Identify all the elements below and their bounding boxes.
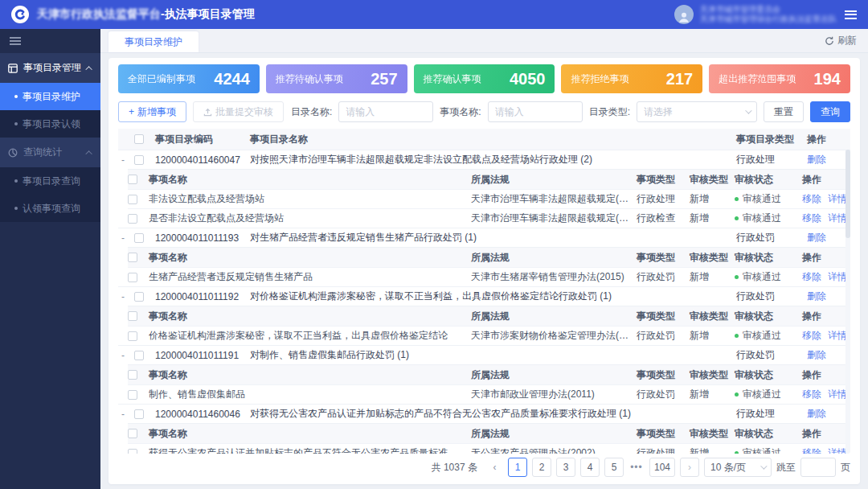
remove-link[interactable]: 移除 — [802, 388, 821, 401]
user-info[interactable]: 天津市城市管理委员会 天津市城市管理综合行政执法监督总队 — [674, 5, 837, 24]
sub-table-header: 事项名称 所属法规 事项类型 审核类型 审核状态 操作 — [128, 424, 850, 443]
add-item-label: 新增事项 — [137, 105, 176, 119]
select-all-checkbox[interactable] — [128, 253, 137, 262]
detail-link[interactable]: 详情 — [828, 446, 847, 454]
catalog-icon — [8, 64, 18, 73]
stat-card-confirmed[interactable]: 推荐确认事项 4050 — [414, 64, 555, 93]
detail-link[interactable]: 详情 — [828, 329, 847, 343]
row-checkbox[interactable] — [128, 449, 137, 454]
reset-button[interactable]: 重置 — [764, 101, 804, 122]
stat-cards: 全部已编制事项 4244 推荐待确认事项 257 推荐确认事项 4050 推荐拒… — [118, 64, 850, 93]
search-filters: 目录名称: 事项名称: 目录类型: 请选择 重置 查询 — [291, 101, 850, 122]
refresh-button[interactable]: 刷新 — [825, 34, 857, 47]
remove-link[interactable]: 移除 — [802, 270, 821, 284]
sidebar-item-catalog-maintain[interactable]: 事项目录维护 — [0, 83, 100, 110]
collapse-row-icon[interactable]: - — [118, 409, 134, 420]
plus-icon: + — [129, 106, 134, 117]
delete-link[interactable]: 删除 — [807, 348, 850, 362]
detail-link[interactable]: 详情 — [828, 270, 847, 284]
sub-col-name: 事项名称 — [149, 173, 471, 187]
row-checkbox[interactable] — [128, 195, 137, 204]
catalog-type-label: 目录类型: — [589, 105, 630, 119]
delete-link[interactable]: 删除 — [807, 290, 850, 303]
page-button-4[interactable]: 4 — [580, 458, 600, 477]
item-name: 是否非法设立配载点及经营场站 — [149, 212, 471, 225]
select-all-checkbox[interactable] — [128, 429, 137, 438]
page-button-3[interactable]: 3 — [556, 458, 575, 477]
status-dot — [735, 197, 739, 201]
catalog-code: 1200004011460047 — [155, 154, 250, 166]
delete-link[interactable]: 删除 — [807, 231, 850, 244]
catalog-type-select[interactable]: 请选择 — [637, 101, 757, 122]
sidebar-group-catalog-management[interactable]: 事项目录管理 — [0, 53, 100, 83]
row-checkbox[interactable] — [128, 390, 137, 400]
select-all-checkbox[interactable] — [128, 311, 137, 321]
page-button-1[interactable]: 1 — [508, 458, 527, 477]
stat-card-pending-confirm[interactable]: 推荐待确认事项 257 — [266, 64, 407, 93]
row-checkbox[interactable] — [134, 351, 144, 360]
next-page-button[interactable]: › — [680, 458, 699, 477]
row-checkbox[interactable] — [128, 273, 137, 282]
search-button[interactable]: 查询 — [810, 101, 850, 122]
remove-link[interactable]: 移除 — [802, 212, 821, 225]
collapse-row-icon[interactable]: - — [118, 350, 134, 361]
sidebar-item-catalog-claim[interactable]: 事项目录认领 — [0, 110, 100, 138]
remove-link[interactable]: 移除 — [802, 192, 821, 206]
select-all-checkbox[interactable] — [134, 134, 144, 144]
row-checkbox[interactable] — [128, 214, 137, 224]
page-button-5[interactable]: 5 — [604, 458, 624, 477]
sidebar-collapse-toggle[interactable] — [0, 29, 100, 53]
tab-catalog-maintain[interactable]: 事项目录维护 — [108, 31, 199, 52]
table-row-group: - 1200004011460046 对获得无公害农产品认证并加贴标志的产品不符… — [118, 404, 850, 423]
user-avatar[interactable] — [674, 5, 694, 24]
select-all-checkbox[interactable] — [128, 175, 137, 184]
detail-link[interactable]: 详情 — [828, 212, 847, 225]
chevron-down-icon — [760, 462, 767, 469]
table-header: 事项目录编码 事项目录名称 事项目录类型 操作 — [118, 129, 850, 150]
remove-link[interactable]: 移除 — [802, 329, 821, 343]
sub-table: 事项名称 所属法规 事项类型 审核类型 审核状态 操作 非法设立配载点及经营场站… — [128, 169, 850, 228]
sidebar-item-catalog-query[interactable]: 事项目录查询 — [0, 167, 100, 195]
more-pages-button[interactable]: ••• — [628, 462, 645, 473]
batch-submit-audit-button[interactable]: 批量提交审核 — [193, 101, 284, 122]
row-checkbox[interactable] — [134, 233, 144, 243]
detail-link[interactable]: 详情 — [828, 388, 847, 401]
delete-link[interactable]: 删除 — [807, 407, 850, 421]
delete-link[interactable]: 删除 — [807, 153, 850, 166]
collapse-menu-icon[interactable] — [10, 37, 21, 45]
stat-card-value: 217 — [666, 70, 693, 88]
catalog-name-input[interactable] — [338, 101, 433, 122]
row-checkbox[interactable] — [134, 155, 144, 165]
stat-card-out-of-range[interactable]: 超出推荐范围事项 194 — [709, 64, 850, 93]
sub-col-audit-status: 审核状态 — [735, 251, 802, 265]
page-button-2[interactable]: 2 — [532, 458, 551, 477]
detail-link[interactable]: 详情 — [828, 192, 847, 206]
app-header: 天津市行政执法监督平台 -执法事项目录管理 天津市城市管理委员会 天津市城市管理… — [0, 0, 868, 29]
sidebar-group-label: 事项目录管理 — [23, 61, 81, 75]
collapse-row-icon[interactable]: - — [118, 232, 134, 244]
sidebar-item-claim-query[interactable]: 认领事项查询 — [0, 195, 100, 222]
item-name-input[interactable] — [488, 101, 583, 122]
sidebar-group-query-stats[interactable]: 查询统计 — [0, 138, 100, 167]
row-checkbox[interactable] — [134, 292, 144, 302]
row-checkbox[interactable] — [128, 331, 137, 341]
page-button-104[interactable]: 104 — [649, 458, 675, 477]
sub-col-name: 事项名称 — [149, 368, 471, 382]
table-row-group: - 1200004011460047 对按照天津市治理车辆非法超限超载规定非法设… — [118, 150, 850, 169]
select-all-checkbox[interactable] — [128, 370, 137, 380]
collapse-row-icon[interactable]: - — [118, 154, 134, 166]
header-menu-icon[interactable] — [845, 10, 857, 19]
stat-card-label: 推荐拒绝事项 — [571, 72, 628, 86]
collapse-row-icon[interactable]: - — [118, 291, 134, 302]
scrollbar-thumb[interactable] — [845, 150, 850, 238]
add-item-button[interactable]: + 新增事项 — [118, 101, 186, 122]
page-size-select[interactable]: 10 条/页 — [704, 458, 772, 477]
row-checkbox[interactable] — [134, 409, 144, 419]
remove-link[interactable]: 移除 — [802, 446, 821, 454]
stat-card-rejected[interactable]: 推荐拒绝事项 217 — [561, 64, 702, 93]
toolbar: + 新增事项 批量提交审核 目录名称: 事项名称: 目录类型: 请选择 — [118, 101, 850, 122]
table-scrollbar[interactable] — [845, 150, 850, 454]
stat-card-all-compiled[interactable]: 全部已编制事项 4244 — [118, 64, 260, 93]
prev-page-button[interactable]: ‹ — [487, 462, 503, 473]
jump-to-input[interactable] — [800, 458, 836, 477]
